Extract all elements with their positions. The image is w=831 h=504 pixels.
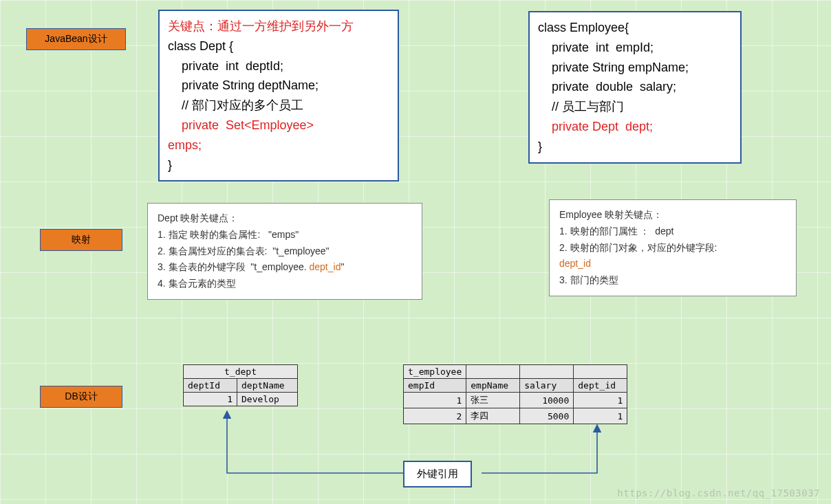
dept-mapping-info: Dept 映射关键点： 1. 指定 映射的集合属性: "emps" 2. 集合属… <box>147 203 422 300</box>
code-line: class Dept { <box>168 36 389 56</box>
code-line: class Employee{ <box>538 18 732 38</box>
label-db: DB设计 <box>40 386 122 408</box>
code-line: } <box>168 155 389 175</box>
info-line: 3. 部门的类型 <box>559 272 786 289</box>
fk-reference-box: 外键引用 <box>403 461 472 487</box>
col-header: deptId <box>184 379 237 393</box>
code-line: private int empId; <box>538 38 732 58</box>
code-line: private double salary; <box>538 77 732 97</box>
dept-class-code: 关键点：通过一方维护到另外一方 class Dept { private int… <box>158 10 399 182</box>
dept-keypoint: 关键点：通过一方维护到另外一方 <box>168 17 389 36</box>
label-javabean: JavaBean设计 <box>26 28 126 50</box>
info-line: dept_id <box>559 256 786 272</box>
code-line: } <box>538 137 732 157</box>
label-mapping: 映射 <box>40 229 122 251</box>
employee-class-code: class Employee{ private int empId; priva… <box>528 11 742 164</box>
t-dept-table: t_dept deptId deptName 1 Develop <box>183 364 298 406</box>
table-row: 1 Develop <box>184 393 298 406</box>
info-line: Dept 映射关键点： <box>158 210 412 227</box>
col-header: empName <box>466 379 520 393</box>
code-line: private int deptId; <box>168 56 389 76</box>
info-line: 1. 指定 映射的集合属性: "emps" <box>158 227 412 243</box>
t-employee-table: t_employee empId empName salary dept_id … <box>403 364 627 424</box>
table-row: 2 李四 5000 1 <box>404 408 627 424</box>
code-line: emps; <box>168 135 389 155</box>
info-line: 3. 集合表的外键字段 "t_employee. dept_id" <box>158 259 412 276</box>
info-line: 2. 映射的部门对象，对应的外键字段: <box>559 240 786 256</box>
code-line: private String empName; <box>538 58 732 78</box>
code-line: // 部门对应的多个员工 <box>168 96 389 116</box>
code-line: private String deptName; <box>168 76 389 96</box>
table-title: t_employee <box>404 365 466 379</box>
info-line: 4. 集合元素的类型 <box>158 276 412 292</box>
info-line: 1. 映射的部门属性 ： dept <box>559 223 786 240</box>
col-header: empId <box>404 379 466 393</box>
col-header: salary <box>520 379 574 393</box>
table-title: t_dept <box>184 365 298 379</box>
col-header: deptName <box>237 379 298 393</box>
code-line: private Set<Employee> <box>168 116 389 135</box>
info-line: Employee 映射关键点： <box>559 207 786 223</box>
employee-mapping-info: Employee 映射关键点： 1. 映射的部门属性 ： dept 2. 映射的… <box>549 199 797 296</box>
code-line: // 员工与部门 <box>538 97 732 117</box>
code-line: private Dept dept; <box>538 117 732 137</box>
col-header: dept_id <box>574 379 627 393</box>
info-line: 2. 集合属性对应的集合表: "t_employee" <box>158 243 412 260</box>
watermark: https://blog.csdn.net/qq_17503037 <box>617 487 820 498</box>
table-row: 1 张三 10000 1 <box>404 393 627 408</box>
